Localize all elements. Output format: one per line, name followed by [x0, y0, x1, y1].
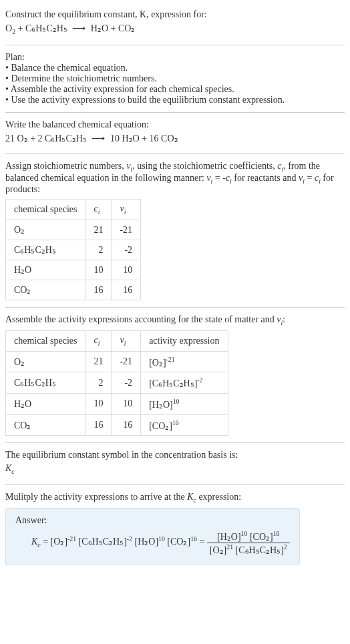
divider — [5, 485, 345, 485]
divider — [5, 153, 345, 154]
cell-activity: [H₂O]10 — [141, 394, 228, 415]
activity-section: Assemble the activity expressions accoun… — [5, 310, 345, 440]
activity-text: Assemble the activity expressions accoun… — [5, 314, 345, 326]
cell-activity: [C₆H₅C₂H₅]-2 — [141, 372, 228, 394]
cell-nui: -2 — [112, 372, 141, 394]
activity-table: chemical species ci νi activity expressi… — [5, 330, 228, 436]
divider — [5, 442, 345, 443]
cell-species: O₂ — [6, 220, 85, 240]
plus: + — [142, 133, 149, 143]
multiply-text: Mulitply the activity expressions to arr… — [5, 492, 345, 504]
table-row: H₂O1010[H₂O]10 — [6, 394, 228, 415]
table-header-row: chemical species ci νi — [6, 200, 141, 220]
ethylbenzene: C₆H₅C₂H₅ — [25, 23, 67, 33]
symbol-section: The equilibrium constant symbol in the c… — [5, 446, 345, 482]
denominator: [O₂]21 [C₆H₅C₂H₅]2 — [207, 543, 290, 556]
coef-o2: 21 — [5, 133, 15, 143]
cell-nui: 10 — [112, 260, 141, 280]
table-row: CO₂1616 — [6, 280, 141, 300]
balanced-equation: 21 O₂ + 2 C₆H₅C₂H₅ ⟶ 10 H₂O + 16 CO₂ — [5, 133, 345, 144]
cell-ci: 2 — [85, 372, 112, 394]
cell-ci: 16 — [85, 280, 112, 300]
answer-box: Answer: Kc = [O₂]-21 [C₆H₅C₂H₅]-2 [H₂O]1… — [5, 508, 300, 565]
co2: CO₂ — [161, 133, 178, 143]
plus: + — [30, 133, 37, 143]
cell-species: C₆H₅C₂H₅ — [6, 372, 85, 394]
fraction: [H₂O]10 [CO₂]16 [O₂]21 [C₆H₅C₂H₅]2 — [207, 530, 290, 555]
cell-nui: 10 — [112, 394, 141, 415]
cell-nui: 16 — [112, 280, 141, 300]
numerator: [H₂O]10 [CO₂]16 — [207, 530, 290, 543]
cell-species: H₂O — [6, 260, 85, 280]
stoich-table: chemical species ci νi O₂21-21 C₆H₅C₂H₅2… — [5, 199, 141, 300]
col-nui: νi — [112, 330, 141, 351]
kc-symbol: Kc — [5, 463, 345, 475]
divider — [5, 45, 345, 45]
answer-expression: Kc = [O₂]-21 [C₆H₅C₂H₅]-2 [H₂O]10 [CO₂]1… — [15, 530, 290, 555]
multiply-section: Mulitply the activity expressions to arr… — [5, 488, 345, 569]
table-row: O₂21-21 — [6, 220, 141, 240]
co2: CO₂ — [118, 23, 135, 33]
stoich-section: Assign stoichiometric numbers, νi, using… — [5, 157, 345, 304]
cell-ci: 2 — [85, 240, 112, 260]
plan-heading: Plan: — [5, 52, 345, 63]
col-ci: ci — [85, 200, 112, 220]
plan-bullet: • Balance the chemical equation. — [5, 63, 345, 73]
symbol-text: The equilibrium constant symbol in the c… — [5, 450, 345, 460]
cell-ci: 10 — [85, 394, 112, 415]
stoich-text: Assign stoichiometric numbers, νi, using… — [5, 161, 345, 196]
answer-label: Answer: — [15, 515, 290, 526]
intro-text: Construct the equilibrium constant, K, e… — [5, 9, 207, 19]
table-header-row: chemical species ci νi activity expressi… — [6, 330, 228, 351]
plan-bullet: • Assemble the activity expression for e… — [5, 84, 345, 95]
plan-bullet: • Determine the stoichiometric numbers. — [5, 73, 345, 84]
coef-eb: 2 — [38, 133, 43, 143]
table-row: O₂21-21[O₂]-21 — [6, 351, 228, 372]
cell-nui: -2 — [112, 240, 141, 260]
balanced-section: Write the balanced chemical equation: 21… — [5, 115, 345, 151]
cell-nui: -21 — [112, 351, 141, 372]
table-row: CO₂1616[CO₂]16 — [6, 414, 228, 436]
cell-ci: 21 — [85, 220, 112, 240]
intro-equation: O2 + C₆H₅C₂H₅ ⟶ H₂O + CO₂ — [5, 23, 345, 35]
coef-h2o: 10 — [110, 133, 120, 143]
col-activity: activity expression — [141, 330, 228, 351]
arrow-icon: ⟶ — [72, 23, 85, 33]
h2o: H₂O — [122, 133, 139, 143]
cell-nui: -21 — [112, 220, 141, 240]
cell-activity: [O₂]-21 — [141, 351, 228, 372]
col-species: chemical species — [6, 200, 85, 220]
arrow-icon: ⟶ — [92, 133, 105, 143]
cell-nui: 16 — [112, 414, 141, 436]
cell-ci: 10 — [85, 260, 112, 280]
cell-ci: 16 — [85, 414, 112, 436]
plan-bullet: • Use the activity expressions to build … — [5, 95, 345, 105]
table-row: H₂O1010 — [6, 260, 141, 280]
divider — [5, 112, 345, 113]
plus: + — [111, 23, 118, 33]
col-nui: νi — [112, 200, 141, 220]
col-ci: ci — [85, 330, 112, 351]
ethylbenzene: C₆H₅C₂H₅ — [45, 133, 87, 143]
cell-species: H₂O — [6, 394, 85, 415]
plan-section: Plan: • Balance the chemical equation. •… — [5, 48, 345, 109]
h2o: H₂O — [91, 23, 108, 33]
plus: + — [18, 23, 25, 33]
o2: O₂ — [17, 133, 28, 143]
cell-species: CO₂ — [6, 414, 85, 436]
col-species: chemical species — [6, 330, 85, 351]
table-row: C₆H₅C₂H₅2-2[C₆H₅C₂H₅]-2 — [6, 372, 228, 394]
cell-activity: [CO₂]16 — [141, 414, 228, 436]
o2: O2 — [5, 23, 15, 33]
cell-species: CO₂ — [6, 280, 85, 300]
cell-species: O₂ — [6, 351, 85, 372]
table-row: C₆H₅C₂H₅2-2 — [6, 240, 141, 260]
balanced-heading: Write the balanced chemical equation: — [5, 119, 345, 130]
intro-section: Construct the equilibrium constant, K, e… — [5, 5, 345, 42]
coef-co2: 16 — [150, 133, 159, 143]
cell-ci: 21 — [85, 351, 112, 372]
cell-species: C₆H₅C₂H₅ — [6, 240, 85, 260]
divider — [5, 307, 345, 308]
intro-line1: Construct the equilibrium constant, K, e… — [5, 9, 345, 20]
